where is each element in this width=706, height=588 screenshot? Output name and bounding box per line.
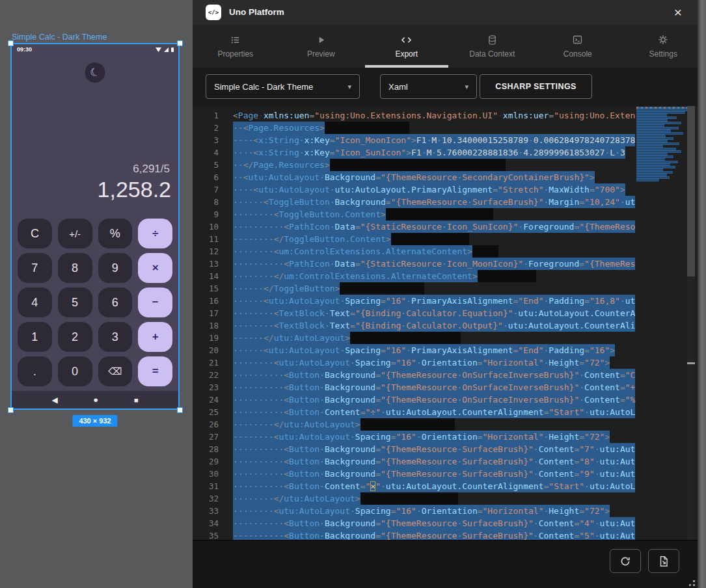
theme-toggle-button[interactable]: ☾ bbox=[85, 62, 105, 83]
vertical-scrollbar[interactable] bbox=[687, 106, 695, 540]
code-line[interactable]: 17········<TextBlock·Text="{Binding·Calc… bbox=[193, 307, 636, 319]
calc-output: 1,258.2 bbox=[98, 177, 171, 202]
code-content: ··········<Button·Background="{ThemeReso… bbox=[224, 529, 635, 540]
code-line[interactable]: 1<Page·xmlns:uen="using:Uno.Extensions.N… bbox=[193, 109, 636, 122]
code-line[interactable]: 3····<x:String·x:Key="Icon_MoonIcon">F1·… bbox=[193, 134, 636, 146]
selection-handle-bottom-left[interactable] bbox=[8, 407, 14, 413]
nav-home-button[interactable]: ● bbox=[93, 395, 98, 405]
code-line[interactable]: 8······<ToggleButton·Background="{ThemeR… bbox=[193, 196, 636, 208]
code-line[interactable]: 16······<utu:AutoLayout·Spacing="16"·Pri… bbox=[193, 295, 636, 307]
calc-key-+[interactable]: + bbox=[138, 322, 172, 352]
calc-key-8[interactable]: 8 bbox=[58, 253, 92, 283]
status-icons bbox=[156, 47, 175, 53]
format-select[interactable]: Xaml ▾ bbox=[380, 74, 477, 99]
tab-preview[interactable]: Preview bbox=[278, 25, 364, 68]
tab-properties[interactable]: Properties bbox=[193, 25, 278, 68]
code-content: ····<x:String·x:Key="Icon_SunIcon">F1·M·… bbox=[224, 146, 625, 159]
code-line[interactable]: 11········</ToggleButton.Content> bbox=[193, 233, 636, 245]
calc-key-9[interactable]: 9 bbox=[98, 253, 133, 283]
code-line[interactable]: 6··<utu:AutoLayout·Background="{ThemeRes… bbox=[193, 171, 636, 183]
nav-back-button[interactable]: ◀ bbox=[51, 395, 57, 405]
calc-key-4[interactable]: 4 bbox=[18, 287, 52, 317]
code-line[interactable]: 21········<utu:AutoLayout·Spacing="16"·O… bbox=[193, 356, 636, 369]
calc-key-.[interactable]: . bbox=[18, 356, 52, 386]
code-content: ··········<Button·Background="{ThemeReso… bbox=[224, 517, 635, 529]
code-line[interactable]: 15······</ToggleButton> bbox=[193, 282, 636, 295]
selection-handle-bottom-right[interactable] bbox=[177, 407, 183, 413]
line-number: 31 bbox=[193, 480, 224, 492]
code-content: ··<Page.Resources> bbox=[224, 122, 409, 134]
calc-key-+/-[interactable]: +/- bbox=[58, 219, 92, 248]
code-content: ··········<Button·Background="{ThemeReso… bbox=[224, 394, 635, 406]
tab-export[interactable]: Export bbox=[364, 25, 450, 68]
code-line[interactable]: 29··········<Button·Background="{ThemeRe… bbox=[193, 455, 636, 468]
tab-data-context[interactable]: Data Context bbox=[450, 25, 536, 68]
csharp-settings-button[interactable]: CSHARP SETTINGS bbox=[480, 74, 592, 99]
code-line[interactable]: 10··········<PathIcon·Data="{StaticResou… bbox=[193, 220, 636, 233]
window-titlebar: </> Uno Platform × bbox=[193, 0, 706, 25]
code-line[interactable]: 35··········<Button·Background="{ThemeRe… bbox=[193, 529, 636, 540]
calc-key-5[interactable]: 5 bbox=[58, 287, 92, 317]
calc-key-7[interactable]: 7 bbox=[18, 253, 52, 283]
calc-key-0[interactable]: 0 bbox=[58, 356, 92, 386]
code-line[interactable]: 19······</utu:AutoLayout> bbox=[193, 332, 636, 344]
minimap[interactable] bbox=[636, 107, 687, 180]
nav-recents-button[interactable]: ■ bbox=[134, 396, 139, 404]
tab-settings[interactable]: Settings bbox=[621, 25, 706, 68]
code-line[interactable]: 22··········<Button·Background="{ThemeRe… bbox=[193, 369, 636, 381]
code-line[interactable]: 18········<TextBlock·Text="{Binding·Calc… bbox=[193, 319, 636, 332]
code-line[interactable]: 32········</utu:AutoLayout> bbox=[193, 492, 636, 505]
code-line[interactable]: 26········</utu:AutoLayout> bbox=[193, 418, 636, 431]
code-line[interactable]: 28··········<Button·Background="{ThemeRe… bbox=[193, 443, 636, 455]
code-line[interactable]: 33········<utu:AutoLayout·Spacing="16"·O… bbox=[193, 505, 636, 517]
calc-key-%[interactable]: % bbox=[98, 219, 133, 248]
code-line[interactable]: 23··········<Button·Background="{ThemeRe… bbox=[193, 381, 636, 394]
code-editor[interactable]: 1<Page·xmlns:uen="using:Uno.Extensions.N… bbox=[193, 106, 706, 540]
calc-key-C[interactable]: C bbox=[18, 219, 52, 248]
code-line[interactable]: 5··</Page.Resources> bbox=[193, 159, 636, 171]
scrollbar-thumb[interactable] bbox=[687, 106, 695, 276]
code-line[interactable]: 14········</um:ControlExtensions.Alterna… bbox=[193, 270, 636, 282]
calc-key-2[interactable]: 2 bbox=[58, 322, 92, 352]
line-number: 1 bbox=[193, 109, 224, 122]
calc-key-1[interactable]: 1 bbox=[18, 322, 52, 352]
code-line[interactable]: 34··········<Button·Background="{ThemeRe… bbox=[193, 517, 636, 529]
chevron-down-icon: ▾ bbox=[454, 83, 468, 91]
export-file-button[interactable] bbox=[648, 549, 679, 573]
code-line[interactable]: 9········<ToggleButton.Content> bbox=[193, 208, 636, 220]
calc-key-6[interactable]: 6 bbox=[98, 287, 133, 317]
calc-key-⌫[interactable]: ⌫ bbox=[98, 356, 133, 386]
code-line[interactable]: 4····<x:String·x:Key="Icon_SunIcon">F1·M… bbox=[193, 146, 636, 159]
selection-handle-top-left[interactable] bbox=[8, 40, 14, 46]
code-line[interactable]: 31··········<Button·Content="×"·utu:Auto… bbox=[193, 480, 636, 492]
code-line[interactable]: 12········<um:ControlExtensions.Alternat… bbox=[193, 245, 636, 258]
selection-handle-top-right[interactable] bbox=[177, 40, 183, 46]
code-line[interactable]: 7····<utu:AutoLayout·utu:AutoLayout.Prim… bbox=[193, 183, 636, 196]
code-content: ········<utu:AutoLayout·Spacing="16"·Ori… bbox=[224, 505, 610, 517]
code-line[interactable]: 20······<utu:AutoLayout·Spacing="16"·Pri… bbox=[193, 344, 636, 356]
code-line[interactable]: 25··········<Button·Content="÷"·utu:Auto… bbox=[193, 406, 636, 418]
code-line[interactable]: 24··········<Button·Background="{ThemeRe… bbox=[193, 394, 636, 406]
calc-key-×[interactable]: × bbox=[138, 253, 172, 283]
tab-label: Preview bbox=[307, 49, 335, 59]
calc-key-=[interactable]: = bbox=[138, 356, 172, 386]
calc-key-3[interactable]: 3 bbox=[98, 322, 133, 352]
close-button[interactable]: × bbox=[670, 4, 686, 21]
tab-console[interactable]: Console bbox=[535, 25, 621, 68]
console-icon bbox=[572, 34, 583, 46]
phone-frame[interactable]: 09:30 ☾ 6,291/5 1,258.2 C+/-%÷789×456−12… bbox=[10, 43, 180, 410]
line-number: 22 bbox=[193, 369, 224, 381]
selection-tail bbox=[330, 159, 506, 171]
code-line[interactable]: 2··<Page.Resources> bbox=[193, 122, 636, 134]
theme-select[interactable]: Simple Calc - Dark Theme ▾ bbox=[206, 74, 360, 99]
calc-key-−[interactable]: − bbox=[138, 287, 172, 317]
code-line[interactable]: 27········<utu:AutoLayout·Spacing="16"·O… bbox=[193, 431, 636, 443]
export-icon bbox=[400, 34, 413, 46]
resize-grip[interactable] bbox=[693, 580, 695, 582]
line-number: 20 bbox=[193, 344, 224, 356]
code-line[interactable]: 13··········<PathIcon·Data="{StaticResou… bbox=[193, 258, 636, 270]
code-line[interactable]: 30··········<Button·Background="{ThemeRe… bbox=[193, 468, 636, 480]
selection-tail bbox=[360, 492, 458, 505]
refresh-button[interactable] bbox=[610, 549, 641, 573]
calc-key-÷[interactable]: ÷ bbox=[138, 219, 172, 248]
